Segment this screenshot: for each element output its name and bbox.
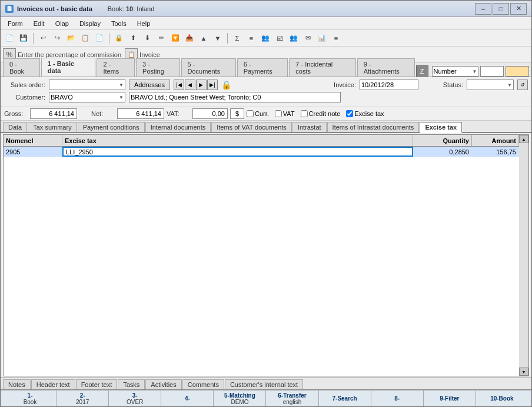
subtab-data[interactable]: Data <box>3 122 27 132</box>
menu-help[interactable]: Help <box>132 19 155 28</box>
customer-dropdown[interactable]: BRAVO ▼ <box>49 92 125 102</box>
cell-amount: 156,75 <box>472 147 519 157</box>
tab-posting[interactable]: 3 - Posting <box>136 58 179 77</box>
number-dropdown[interactable]: Number ▼ <box>432 66 479 77</box>
status-4: 4- <box>161 391 214 406</box>
subtab-internal[interactable]: Internal documents <box>145 122 211 132</box>
net-value[interactable]: 6 411,14 <box>117 108 164 119</box>
btab-activities[interactable]: Activities <box>145 379 181 389</box>
status-dropdown[interactable]: ▼ <box>467 80 514 90</box>
redo-button[interactable]: ↪ <box>51 32 64 45</box>
addresses-button[interactable]: Addresses <box>129 80 170 90</box>
tab-book[interactable]: 0 - Book <box>3 58 40 77</box>
dropdown-btn[interactable]: 🔽 <box>169 32 182 45</box>
menu-tools[interactable]: Tools <box>107 19 131 28</box>
copy-button[interactable]: 📋 <box>79 32 92 45</box>
tab-payments[interactable]: 6 - Payments <box>237 58 288 77</box>
customer-value: BRAVO <box>51 94 73 101</box>
z-button[interactable]: Z <box>416 65 428 77</box>
top-tab-bar: 0 - Book 1 - Basic data 2 - Items 3 - Po… <box>1 63 531 77</box>
header-nomen: Nomencl <box>4 135 62 146</box>
vat-checkbox[interactable] <box>275 110 282 117</box>
nav-last[interactable]: ▶| <box>207 80 218 90</box>
save-button[interactable]: 💾 <box>17 32 30 45</box>
vat-checkbox-area: VAT <box>275 110 295 117</box>
undo-button[interactable]: ↩ <box>36 32 49 45</box>
move-up-button[interactable]: ▲ <box>197 32 210 45</box>
up-button[interactable]: ⬆ <box>127 32 139 45</box>
status-6: 6-Transfer english <box>266 391 318 406</box>
currency-symbol[interactable]: $ <box>230 108 244 119</box>
menu-edit[interactable]: Edit <box>29 19 49 28</box>
credit-note-checkbox[interactable] <box>301 110 308 117</box>
vat-label: VAT: <box>167 110 190 117</box>
credit-note-checkbox-area: Credit note <box>301 110 341 117</box>
cell-excise[interactable]: LLI_2950 <box>62 147 413 157</box>
email-button[interactable]: ✉ <box>301 32 314 45</box>
tab-incidental[interactable]: 7 - Incidental costs <box>289 58 355 77</box>
tab-basic[interactable]: 1 - Basic data <box>41 58 96 77</box>
grid-header: Nomencl Excise tax Quantity Amount <box>4 135 519 147</box>
sales-order-dropdown[interactable]: ▼ <box>49 80 125 90</box>
btab-notes[interactable]: Notes <box>3 379 31 389</box>
curr-checkbox[interactable] <box>247 110 254 117</box>
nav-next[interactable]: ▶ <box>196 80 207 90</box>
btab-footer[interactable]: Footer text <box>76 379 118 389</box>
subtab-excise[interactable]: Excise tax <box>420 122 462 133</box>
maximize-button[interactable]: □ <box>493 3 509 15</box>
subtab-intrastat[interactable]: Intrastat <box>292 122 327 132</box>
status-refresh[interactable]: ↺ <box>517 80 528 90</box>
curr-checkbox-area: Curr. <box>247 110 269 117</box>
filter-button[interactable]: ✏ <box>155 32 168 45</box>
toolbar-separator-2 <box>109 33 109 44</box>
subtab-intradoc[interactable]: Items of Intrastat documents <box>327 122 420 132</box>
sum-button[interactable]: Σ <box>231 32 244 45</box>
scroll-up-arrow[interactable]: ▲ <box>519 135 528 143</box>
gross-value[interactable]: 6 411,14 <box>30 108 77 119</box>
new-button[interactable]: 📄 <box>3 32 16 45</box>
paste-button[interactable]: 📄 <box>93 32 106 45</box>
menu-button[interactable]: ≡ <box>330 32 343 45</box>
table-row[interactable]: 2905 LLI_2950 0,2850 156,75 <box>4 147 519 157</box>
app-icon: 📄 <box>5 5 14 13</box>
scroll-down-arrow[interactable]: ▼ <box>519 368 528 376</box>
subtab-vat-items[interactable]: Items of VAT documents <box>211 122 292 132</box>
sales-order-label: Sales order: <box>4 81 45 88</box>
minimize-button[interactable]: – <box>475 3 491 15</box>
nav-first[interactable]: |◀ <box>174 80 184 90</box>
lock-button[interactable]: 🔒 <box>112 32 125 45</box>
menu-display[interactable]: Display <box>75 19 105 28</box>
subtab-payment[interactable]: Payment conditions <box>78 122 145 132</box>
tab-attachments[interactable]: 9 - Attachments <box>357 58 415 77</box>
header-amount: Amount <box>472 135 519 146</box>
customer-arrow: ▼ <box>119 95 124 100</box>
menu-form[interactable]: Form <box>3 19 28 28</box>
nav-prev[interactable]: ◀ <box>185 80 195 90</box>
vat-value[interactable]: 0,00 <box>192 108 228 119</box>
import-button[interactable]: 📥 <box>183 32 196 45</box>
gross-net-vat-row: Gross: 6 411,14 Net: 6 411,14 VAT: 0,00 … <box>1 107 531 121</box>
move-down-button[interactable]: ▼ <box>211 32 224 45</box>
tab-documents[interactable]: 5 - Documents <box>181 58 236 77</box>
close-button[interactable]: ✕ <box>510 3 527 15</box>
tab-items[interactable]: 2 - Items <box>97 58 135 77</box>
excise-tax-checkbox[interactable] <box>346 110 353 117</box>
open-button[interactable]: 📂 <box>65 32 78 45</box>
users-button[interactable]: 👥 <box>259 32 272 45</box>
invoice-label: Invoice: <box>315 81 356 88</box>
btab-tasks[interactable]: Tasks <box>118 379 145 389</box>
invoice-field[interactable]: 10/2012/28 <box>360 80 418 90</box>
list-button[interactable]: ≡ <box>245 32 258 45</box>
btab-header[interactable]: Header text <box>31 379 75 389</box>
down-button[interactable]: ⬇ <box>141 32 154 45</box>
number-box-2[interactable] <box>506 66 529 77</box>
print-button[interactable]: 🖃 <box>273 32 286 45</box>
btab-cust-internal[interactable]: Customer's internal text <box>225 379 303 389</box>
number-box-1[interactable] <box>480 66 504 77</box>
chart-button[interactable]: 📊 <box>315 32 328 45</box>
btab-comments[interactable]: Comments <box>182 379 224 389</box>
status-arrow: ▼ <box>507 82 512 88</box>
menu-olap[interactable]: Olap <box>51 19 74 28</box>
team-button[interactable]: 👥 <box>287 32 300 45</box>
subtab-tax-summary[interactable]: Tax summary <box>28 122 77 132</box>
